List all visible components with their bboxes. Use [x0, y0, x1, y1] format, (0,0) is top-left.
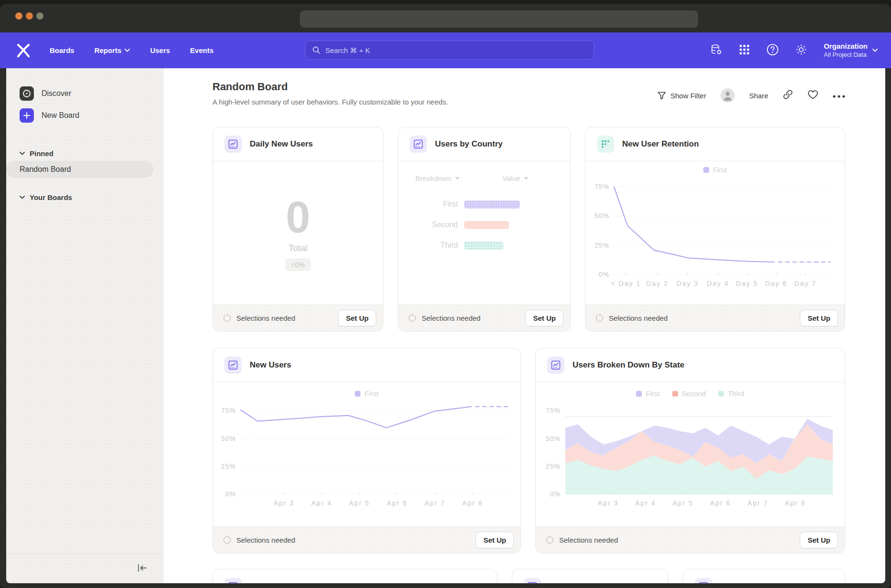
card-title: Daily New Users [250, 139, 313, 149]
setup-button[interactable]: Set Up [525, 310, 563, 326]
sidebar-label: Discover [42, 89, 71, 98]
nav-item-reports[interactable]: Reports [95, 46, 130, 54]
copy-link-icon[interactable] [783, 89, 793, 102]
page-subtitle: A high-level summary of user behaviors. … [212, 98, 448, 106]
card-title: New Users [250, 360, 291, 370]
setup-button[interactable]: Set Up [476, 532, 514, 548]
card-footer: Selections needed Set Up [585, 304, 845, 331]
more-options-ellipsis-icon[interactable] [833, 91, 845, 100]
y-axis-tick-label: 0% [215, 490, 236, 498]
compass-icon [20, 86, 34, 101]
nav-item-users[interactable]: Users [150, 46, 170, 54]
y-axis-tick-label: 25% [540, 462, 561, 470]
metric-body: 0 Total ↑0% [213, 161, 383, 304]
chart-legend: FirstSecondThird [536, 389, 845, 398]
chevron-down-icon [524, 177, 529, 180]
sidebar-item-new-board[interactable]: New Board [6, 105, 164, 126]
sidebar-item-discover[interactable]: Discover [6, 83, 164, 105]
card-header: Users Broken Down By State [536, 348, 845, 382]
global-search[interactable] [305, 41, 594, 60]
card-footer: Selections needed Set Up [213, 304, 383, 331]
help-icon[interactable] [766, 43, 779, 58]
legend-swatch [672, 391, 678, 397]
country-bar [464, 200, 520, 209]
line-chart-icon [524, 578, 541, 584]
browser-chrome [0, 4, 891, 32]
country-bar-label: First [398, 200, 458, 209]
country-bar-row: Second [398, 220, 509, 229]
section-label: Your Boards [30, 193, 72, 201]
card-footer: Selections needed Set Up [213, 526, 520, 553]
traffic-light-close[interactable] [15, 12, 22, 20]
legend-label: First [646, 389, 659, 398]
nav-items: Boards Reports Users Events [50, 46, 213, 54]
card-title: Users by Country [435, 139, 503, 149]
footer-status: Selections needed [422, 314, 520, 322]
card-daily-new-users: Daily New Users 0 Total ↑0% Selections n… [212, 127, 383, 332]
sidebar-item-random-board[interactable]: Random Board [6, 161, 153, 178]
nav-label: Events [190, 46, 213, 54]
favorite-heart-icon[interactable] [807, 90, 818, 102]
search-icon [312, 46, 320, 54]
country-bar [464, 242, 503, 250]
country-bar [464, 221, 509, 229]
breakdown-dropdown[interactable]: Breakdown [415, 174, 460, 182]
retention-grid-icon [597, 136, 614, 153]
y-axis-tick-label: 0% [588, 271, 609, 278]
y-axis-tick-label: 50% [588, 212, 609, 220]
footer-status: Selections needed [559, 536, 794, 544]
url-bar[interactable] [300, 10, 698, 28]
value-dropdown[interactable]: Value [502, 174, 529, 182]
card-header: Active Users [683, 569, 845, 583]
card-users-by-country: Users by Country Breakdown Value FirstSe… [398, 127, 571, 332]
card-title: Active Users [720, 582, 769, 584]
card-header: Daily New Users [213, 127, 383, 161]
search-input[interactable] [325, 46, 587, 54]
org-switcher[interactable]: Organization All Project Data [824, 42, 878, 59]
setup-button[interactable]: Set Up [338, 310, 376, 326]
data-management-icon[interactable] [710, 43, 722, 58]
sidebar-section-pinned[interactable]: Pinned [6, 146, 164, 161]
setup-button[interactable]: Set Up [800, 532, 838, 548]
legend-label: Third [728, 389, 744, 398]
legend-swatch [636, 391, 642, 397]
apps-grid-icon[interactable] [739, 44, 750, 57]
country-bar-row: Third [398, 241, 503, 250]
metric-value: 0 [286, 195, 310, 239]
footer-status: Selections needed [236, 536, 470, 544]
nav-item-boards[interactable]: Boards [50, 46, 74, 54]
sidebar-footer [6, 554, 164, 583]
country-bar-row: First [398, 200, 520, 209]
y-axis-tick-label: 25% [215, 462, 236, 470]
legend-label: First [713, 166, 727, 174]
mixpanel-logo[interactable] [16, 43, 31, 58]
nav-item-events[interactable]: Events [190, 46, 213, 54]
y-axis-tick-label: 75% [215, 407, 236, 414]
legend-label: First [364, 389, 378, 398]
traffic-light-zoom[interactable] [36, 12, 43, 20]
radio-circle-icon [223, 315, 231, 322]
legend-item: First [355, 389, 378, 398]
legend-item: Third [718, 389, 744, 398]
card-insights-report: Insights Report [512, 569, 668, 583]
nav-label: Boards [50, 46, 74, 54]
card-stacked-line-graph: Stacked Line Graph [212, 569, 498, 583]
traffic-light-minimize[interactable] [26, 12, 33, 20]
show-filter-button[interactable]: Show Filter [658, 92, 706, 100]
retention-line-chart: 75%50%25%0%< Day 1Day 2Day 3Day 4Day 5Da… [614, 175, 830, 275]
card-header: Insights Report [512, 569, 668, 583]
settings-gear-icon[interactable] [795, 43, 807, 58]
setup-button[interactable]: Set Up [800, 310, 838, 326]
share-button[interactable]: Share [749, 92, 768, 100]
sidebar-section-your-boards[interactable]: Your Boards [6, 189, 164, 205]
y-axis-tick-label: 0% [540, 490, 561, 498]
legend-swatch [703, 167, 709, 173]
country-bar-label: Second [398, 220, 458, 229]
card-new-user-retention: New User Retention First 75%50%25%0%< Da… [585, 127, 845, 332]
board-content: Random Board A high-level summary of use… [164, 68, 885, 583]
line-chart-icon [224, 136, 242, 153]
footer-status: Selections needed [236, 314, 332, 322]
org-project: All Project Data [824, 51, 868, 59]
avatar[interactable] [721, 88, 735, 103]
collapse-sidebar-icon[interactable] [137, 564, 148, 574]
